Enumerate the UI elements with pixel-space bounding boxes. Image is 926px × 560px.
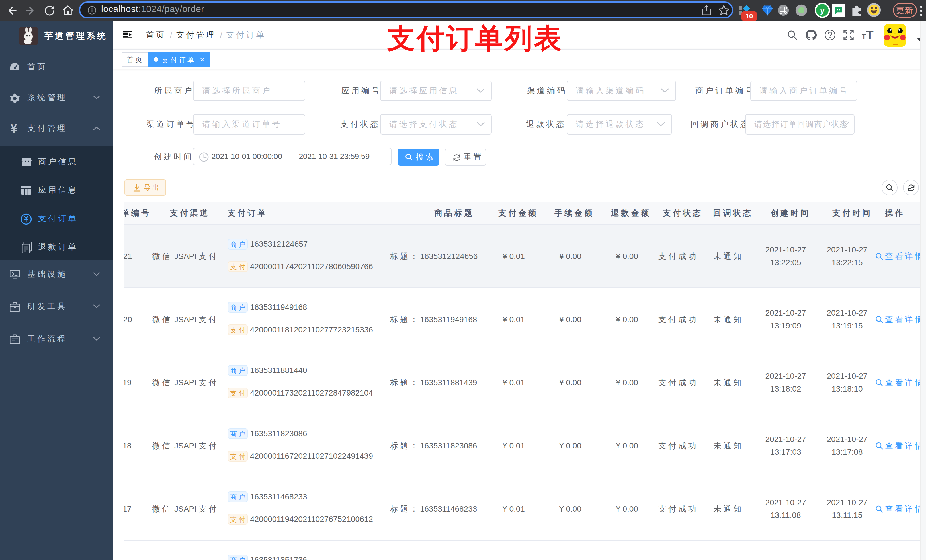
svg-text:y: y — [820, 5, 825, 15]
